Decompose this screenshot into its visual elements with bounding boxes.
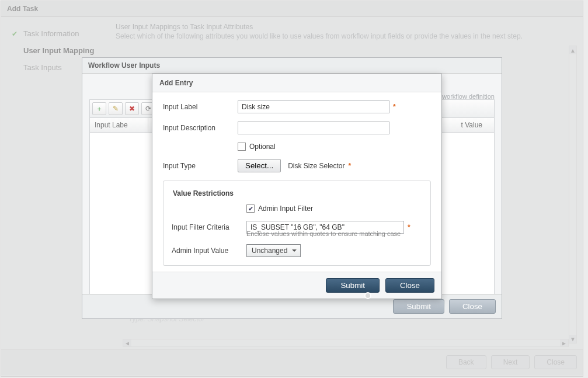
step-label: Task Inputs <box>23 63 62 72</box>
optional-label: Optional <box>249 143 276 151</box>
close-button[interactable]: Close <box>534 355 577 369</box>
required-icon: * <box>408 223 410 231</box>
col-input-label: Input Labe <box>90 118 148 132</box>
edit-button[interactable]: ✎ <box>109 102 123 115</box>
add-button[interactable]: ＋ <box>92 102 106 115</box>
next-button[interactable]: Next <box>491 355 530 369</box>
input-desc-field[interactable] <box>238 122 389 134</box>
vertical-scrollbar[interactable]: ▲ ▼ <box>569 46 577 344</box>
step-label: User Input Mapping <box>23 46 94 55</box>
row-input-desc: Input Description <box>163 122 431 134</box>
scroll-left-icon[interactable]: ◄ <box>123 339 131 346</box>
close-button[interactable]: Close <box>449 299 496 314</box>
scroll-up-icon[interactable]: ▲ <box>569 46 576 54</box>
row-admin-filter: Admin Input Filter <box>172 204 422 213</box>
dialog-body: Input Label * Input Description Optional… <box>152 92 441 272</box>
row-input-label: Input Label * <box>163 100 431 113</box>
row-input-type: Input Type Select... Disk Size Selector … <box>163 159 431 172</box>
row-optional: Optional <box>163 143 431 151</box>
scroll-right-icon[interactable]: ► <box>560 339 568 346</box>
scroll-down-icon[interactable]: ▼ <box>569 335 576 343</box>
close-button[interactable]: Close <box>385 278 434 293</box>
dialog-title: Workflow User Inputs <box>82 58 502 74</box>
admin-filter-label: Admin Input Filter <box>258 204 313 213</box>
submit-button[interactable]: Submit <box>326 278 379 293</box>
admin-filter-checkbox[interactable] <box>246 204 255 213</box>
label-input-type: Input Type <box>163 162 238 170</box>
input-label-field[interactable] <box>238 100 389 113</box>
admin-value-text: Unchanged <box>252 247 287 255</box>
label-filter-criteria: Input Filter Criteria <box>172 223 246 231</box>
step-user-input-mapping[interactable]: ✔User Input Mapping <box>12 42 107 59</box>
criteria-hint: Enclose values within quotes to ensure m… <box>246 230 422 237</box>
workflow-definition-hint: e workflow definition <box>437 93 495 100</box>
back-button[interactable]: Back <box>446 355 486 369</box>
add-entry-dialog: Add Entry Input Label * Input Descriptio… <box>152 74 442 299</box>
admin-value-dropdown[interactable]: Unchanged <box>246 244 301 257</box>
type-text: Disk Size Selector <box>288 162 345 170</box>
submit-button[interactable]: Submit <box>393 299 444 314</box>
label-input-label: Input Label <box>163 103 238 111</box>
content-hint-title: User Input Mappings to Task Input Attrib… <box>116 23 577 31</box>
check-icon: ✔ <box>12 30 19 38</box>
wizard-title: Add Task <box>1 1 583 17</box>
label-admin-value: Admin Input Value <box>172 247 246 255</box>
horizontal-scrollbar[interactable]: ◄ ► <box>123 339 569 347</box>
required-icon: * <box>349 162 352 170</box>
select-type-button[interactable]: Select... <box>238 159 281 172</box>
content-hint-sub: Select which of the following attributes… <box>116 32 577 40</box>
value-restrictions-legend: Value Restrictions <box>169 189 237 197</box>
optional-checkbox[interactable] <box>238 143 246 151</box>
delete-button[interactable]: ✖ <box>125 102 139 115</box>
dialog-title: Add Entry <box>152 74 441 92</box>
required-icon: * <box>393 103 396 111</box>
label-input-desc: Input Description <box>163 124 238 132</box>
step-label: Task Information <box>23 29 79 38</box>
wizard-buttons: Back Next Close <box>1 349 583 375</box>
row-admin-value: Admin Input Value Unchanged <box>172 244 422 257</box>
dialog-footer: Submit Close <box>152 272 441 299</box>
value-restrictions-fieldset: Value Restrictions Admin Input Filter In… <box>163 181 431 266</box>
step-task-information[interactable]: ✔Task Information <box>12 25 107 42</box>
